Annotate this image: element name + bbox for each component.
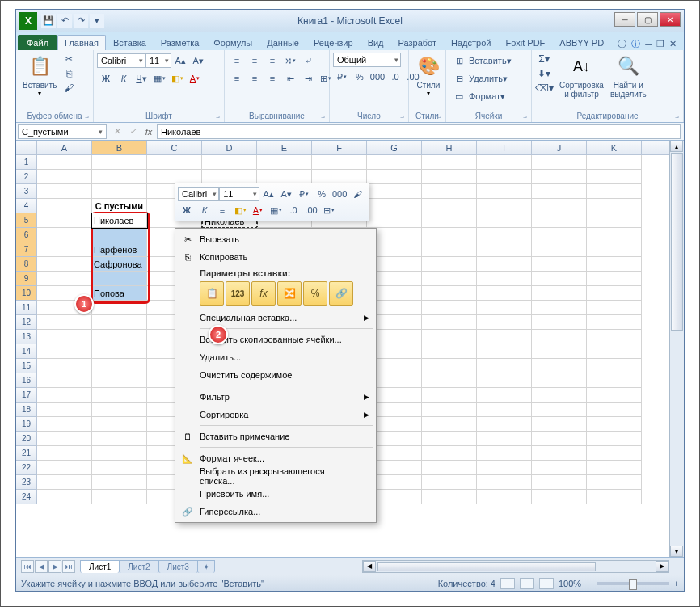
cell[interactable] [587,315,642,330]
cell[interactable] [477,475,532,490]
cell[interactable] [257,155,312,170]
cell[interactable] [532,388,587,403]
cell[interactable] [532,257,587,272]
cell[interactable] [532,446,587,461]
row-header[interactable]: 3 [16,184,37,199]
new-sheet-tab[interactable]: ✦ [197,560,215,573]
border-icon[interactable]: ▦ [151,70,167,86]
col-header[interactable]: F [312,141,367,154]
row-header[interactable]: 11 [16,301,37,315]
cell[interactable] [37,388,92,403]
align-center-icon[interactable]: ≡ [247,70,263,86]
cell[interactable] [587,432,642,446]
row-header[interactable]: 15 [16,359,37,373]
cell[interactable] [587,344,642,359]
mini-border-icon[interactable]: ▦ [268,202,284,218]
cell[interactable] [587,461,642,475]
cell[interactable] [422,170,477,184]
cell[interactable] [587,417,642,432]
win-restore-icon[interactable]: ❐ [656,39,664,49]
cell[interactable] [477,315,532,330]
tab-foxit[interactable]: Foxit PDF [498,35,552,50]
col-header[interactable]: K [587,141,642,154]
row-header[interactable]: 24 [16,490,37,504]
font-name-combo[interactable]: Calibri [97,53,145,68]
cell[interactable] [422,257,477,272]
tab-developer[interactable]: Разработ [391,35,444,50]
cell[interactable] [532,475,587,490]
select-all-corner[interactable] [16,141,37,154]
tab-layout[interactable]: Разметка [154,35,207,50]
ctx-filter[interactable]: Фильтр▶ [177,388,374,406]
cell[interactable] [587,170,642,184]
tab-home[interactable]: Главная [57,35,106,50]
cell[interactable] [532,490,587,504]
cell[interactable]: С пустыми [92,199,147,213]
cell[interactable] [422,475,477,490]
cell[interactable] [587,272,642,286]
paste-opt-formatting[interactable]: % [303,281,327,306]
zoom-slider[interactable] [597,582,669,585]
cell[interactable] [92,228,147,242]
cell[interactable] [477,155,532,170]
cell[interactable] [422,272,477,286]
cell[interactable] [477,446,532,461]
qat-undo-icon[interactable]: ↶ [57,14,72,28]
cell[interactable] [532,184,587,199]
row-header[interactable]: 14 [16,344,37,359]
mini-align-icon[interactable]: ≡ [214,202,230,218]
mini-size-combo[interactable]: 11 [219,187,259,201]
cell[interactable] [532,359,587,373]
cell[interactable] [587,330,642,344]
tab-file[interactable]: Файл [18,35,57,50]
cell[interactable] [92,344,147,359]
ctx-paste-special[interactable]: Специальная вставка...▶ [177,309,374,327]
cell[interactable] [532,315,587,330]
cell[interactable] [477,301,532,315]
view-normal-icon[interactable] [500,578,515,589]
cell[interactable] [422,388,477,403]
cells-format-button[interactable]: ▭Формат ▾ [449,88,508,104]
row-header[interactable]: 16 [16,373,37,388]
number-format-combo[interactable]: Общий [333,53,401,67]
mini-decdec-icon[interactable]: .00 [303,202,319,218]
paste-opt-values[interactable]: 123 [226,281,250,306]
cell[interactable] [422,403,477,417]
cell[interactable] [422,330,477,344]
cell[interactable] [477,417,532,432]
cell[interactable] [532,272,587,286]
mini-percent-icon[interactable]: % [314,186,330,202]
row-header[interactable]: 10 [16,286,37,301]
cell[interactable] [587,286,642,301]
row-header[interactable]: 7 [16,242,37,257]
tab-nav-prev[interactable]: ◀ [35,560,48,573]
cell[interactable]: Попова [92,286,147,301]
ctx-format[interactable]: 📐Формат ячеек... [177,449,374,467]
cell[interactable] [422,184,477,199]
cell[interactable] [477,170,532,184]
col-header[interactable]: G [367,141,422,154]
cell[interactable] [37,490,92,504]
cell[interactable] [587,301,642,315]
cell[interactable] [312,155,367,170]
cell[interactable] [422,155,477,170]
horizontal-scrollbar[interactable]: ◀▶ [362,560,669,573]
cell[interactable] [422,446,477,461]
cell[interactable] [532,170,587,184]
qat-save-icon[interactable]: 💾 [41,14,56,28]
cell[interactable] [587,403,642,417]
cell[interactable] [37,446,92,461]
col-header[interactable]: B [92,141,147,154]
row-header[interactable]: 17 [16,388,37,403]
paste-opt-link[interactable]: 🔗 [329,281,353,306]
col-header[interactable]: J [532,141,587,154]
cell[interactable] [477,490,532,504]
cell[interactable] [367,184,422,199]
align-top-icon[interactable]: ≡ [229,53,245,69]
styles-button[interactable]: 🎨Стили▾ [412,52,445,99]
col-header[interactable]: H [422,141,477,154]
cell[interactable] [532,155,587,170]
cell[interactable] [37,417,92,432]
cell[interactable] [367,213,422,228]
spreadsheet-grid[interactable]: A B C D E F G H I J K 1234С пустыми5Нико… [16,141,684,557]
